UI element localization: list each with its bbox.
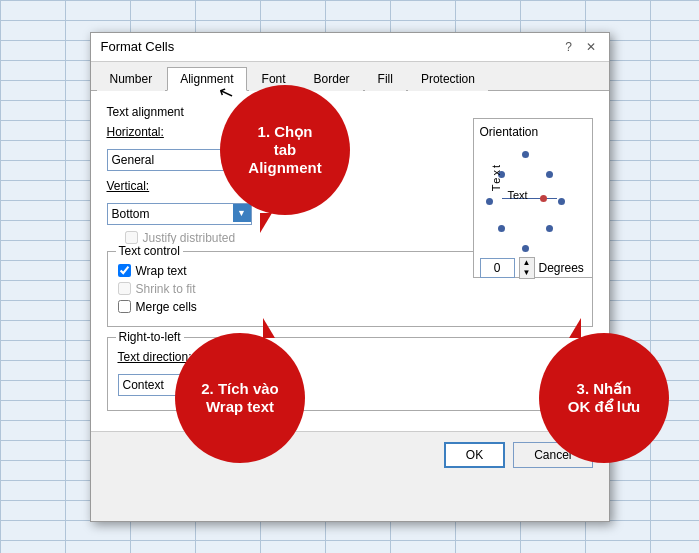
degrees-up[interactable]: ▲ bbox=[520, 258, 534, 268]
dialog-footer: OK Cancel bbox=[91, 431, 609, 478]
degrees-label: Degrees bbox=[539, 261, 584, 275]
orientation-vertical-text: Text bbox=[490, 163, 502, 191]
orient-dot-right-mid bbox=[558, 198, 565, 205]
orientation-canvas: Text Text bbox=[480, 143, 588, 253]
tab-fill[interactable]: Fill bbox=[365, 67, 406, 91]
help-button[interactable]: ? bbox=[561, 39, 577, 55]
tab-protection[interactable]: Protection bbox=[408, 67, 488, 91]
right-to-left-title: Right-to-left bbox=[116, 330, 184, 344]
merge-cells-checkbox[interactable] bbox=[118, 300, 131, 313]
format-cells-dialog: Format Cells ? ✕ Number Alignment Font B… bbox=[90, 32, 610, 522]
dialog-title: Format Cells bbox=[101, 39, 175, 54]
orient-dot-top bbox=[522, 151, 529, 158]
justify-distributed-label: Justify distributed bbox=[143, 231, 236, 245]
degrees-row: 0 ▲ ▼ Degrees bbox=[480, 257, 586, 279]
merge-cells-label: Merge cells bbox=[136, 300, 197, 314]
text-control-title: Text control bbox=[116, 244, 183, 258]
merge-cells-row: Merge cells bbox=[118, 300, 582, 314]
close-button[interactable]: ✕ bbox=[583, 39, 599, 55]
horizontal-label: Horizontal: bbox=[107, 125, 167, 139]
orient-dot-bottom bbox=[522, 245, 529, 252]
annotation-bubble-3: 3. Nhấn OK để lưu bbox=[539, 333, 669, 463]
vertical-select[interactable]: Bottom ▼ bbox=[107, 203, 252, 225]
vertical-select-arrow[interactable]: ▼ bbox=[233, 204, 251, 222]
orient-dot-right-lower bbox=[546, 225, 553, 232]
degrees-down[interactable]: ▼ bbox=[520, 268, 534, 278]
wrap-text-checkbox[interactable] bbox=[118, 264, 131, 277]
tabs-bar: Number Alignment Font Border Fill Protec… bbox=[91, 62, 609, 91]
text-alignment-section-label: Text alignment bbox=[107, 105, 593, 119]
orient-dot-right-upper bbox=[546, 171, 553, 178]
tab-alignment[interactable]: Alignment bbox=[167, 67, 246, 91]
orientation-horiz-text: Text bbox=[508, 189, 528, 201]
orientation-title: Orientation bbox=[480, 125, 586, 139]
justify-distributed-checkbox[interactable] bbox=[125, 231, 138, 244]
shrink-to-fit-label: Shrink to fit bbox=[136, 282, 196, 296]
title-bar: Format Cells ? ✕ bbox=[91, 33, 609, 62]
degrees-input[interactable]: 0 bbox=[480, 258, 515, 278]
shrink-to-fit-row: Shrink to fit bbox=[118, 282, 582, 296]
annotation-bubble-2: 2. Tích vào Wrap text bbox=[175, 333, 305, 463]
shrink-to-fit-checkbox[interactable] bbox=[118, 282, 131, 295]
wrap-text-label: Wrap text bbox=[136, 264, 187, 278]
orientation-panel: Orientation Text Text bbox=[473, 118, 593, 278]
orient-dot-left-mid bbox=[486, 198, 493, 205]
tab-border[interactable]: Border bbox=[301, 67, 363, 91]
vertical-label: Vertical: bbox=[107, 179, 167, 193]
ok-button[interactable]: OK bbox=[444, 442, 505, 468]
text-direction-label: Text direction: bbox=[118, 350, 192, 364]
orient-dot-left-lower bbox=[498, 225, 505, 232]
degrees-spin[interactable]: ▲ ▼ bbox=[519, 257, 535, 279]
orient-arrow-dot bbox=[540, 195, 547, 202]
tab-number[interactable]: Number bbox=[97, 67, 166, 91]
annotation-bubble-1: 1. Chọn tab Alignment bbox=[220, 85, 350, 215]
title-bar-controls: ? ✕ bbox=[561, 39, 599, 55]
